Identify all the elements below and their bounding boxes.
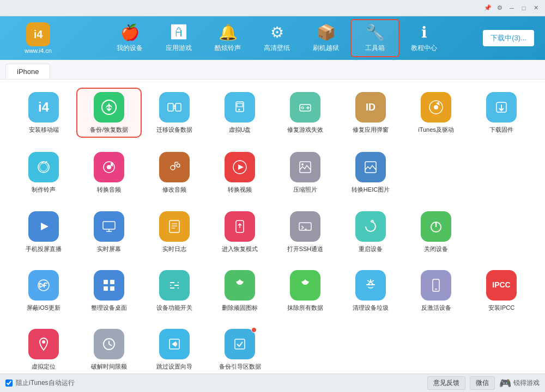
tool-item-install-mobile[interactable]: i4 安装移动端 [11,88,76,138]
tab-iphone[interactable]: iPhone [5,64,50,79]
tool-label-virtual-udisk: 虚拟U盘 [229,126,251,133]
tool-icon-convert-audio [94,152,124,182]
empty-cell [469,149,534,197]
empty-cell [403,326,469,373]
tool-item-delete-stubborn[interactable]: 删除顽固图标 [207,267,272,315]
svg-rect-54 [110,286,114,291]
maximize-btn[interactable]: □ [519,3,529,13]
svg-line-66 [367,280,370,281]
tool-item-itunes-drivers[interactable]: iTunes及驱动 [403,88,469,138]
nav-icon-toolbox: 🔧 [366,23,385,41]
bottom-left: 阻止iTunes自动运行 [5,378,75,388]
nav-icon-my-device: 🍎 [120,23,140,41]
nav-label-toolbox: 工具箱 [365,44,385,53]
tool-item-organize-desktop[interactable]: 整理设备桌面 [76,267,142,315]
tool-icon-block-ios-update [28,270,59,301]
minimize-btn[interactable]: ─ [507,3,517,13]
tool-icon-deactivate [421,270,451,301]
svg-line-46 [40,283,44,285]
tool-item-convert-heic[interactable]: 转换HEIC图片 [338,149,403,197]
tool-grid: i4 安装移动端 备份/恢复数据 迁移设备数据 虚拟U盘 [11,88,534,373]
tool-item-clean-junk[interactable]: 清理设备垃圾 [338,267,403,315]
svg-point-11 [434,105,438,109]
tool-item-fix-game[interactable]: 修复游戏失效 [272,88,338,138]
tool-label-live-log: 实时日志 [162,245,186,253]
tool-icon-erase-all-data [290,270,320,301]
tool-item-compress-photo[interactable]: 压缩照片 [272,149,338,197]
empty-cell [272,326,338,373]
tool-label-block-ios-update: 屏蔽iOS更新 [27,304,60,311]
tool-label-clean-junk: 清理设备垃圾 [353,304,389,311]
tool-item-block-ios-update[interactable]: 屏蔽iOS更新 [11,267,76,315]
nav-label-my-device: 我的设备 [117,44,143,53]
tool-item-install-ipcc[interactable]: IPCC 安装IPCC [469,267,534,315]
tool-icon-reboot-device [355,211,386,242]
tool-item-recovery-mode[interactable]: 进入恢复模式 [207,208,272,256]
download-button[interactable]: 下载中(3)... [483,30,534,46]
svg-rect-29 [103,222,115,229]
feedback-button[interactable]: 意见反馈 [427,376,465,390]
tool-item-live-screen[interactable]: 实时屏幕 [76,208,142,256]
tool-icon-install-ipcc: IPCC [486,270,517,301]
close-btn[interactable]: ✕ [531,3,541,13]
tool-item-screen-mirror[interactable]: 手机投屏直播 [11,208,76,256]
svg-rect-2 [175,103,181,111]
tool-item-virtual-udisk[interactable]: 虚拟U盘 [207,88,272,138]
bottom-logo: 🎮 锐得游戏 [499,377,540,389]
tool-item-modify-audio[interactable]: 修改音频 [142,149,207,197]
svg-point-70 [42,340,45,344]
nav-item-apps-games[interactable]: 🅰 应用游戏 [154,19,203,57]
tool-item-device-settings[interactable]: 设备功能开关 [142,267,207,315]
tool-item-reboot-device[interactable]: 重启设备 [338,208,403,256]
tool-item-backup-sector[interactable]: 备份引导区数据 [207,326,272,373]
logo-url: www.i4.cn [25,47,52,54]
nav-item-my-device[interactable]: 🍎 我的设备 [105,19,154,57]
svg-rect-27 [365,162,376,173]
tool-item-convert-video[interactable]: 转换视频 [207,149,272,197]
bottom-bar: 阻止iTunes自动运行 意见反馈 微信 🎮 锐得游戏 [0,373,545,392]
tool-icon-open-ssh [290,211,320,242]
tool-item-break-time-limit[interactable]: 破解时间限额 [76,326,142,373]
nav-label-apps-games: 应用游戏 [166,44,192,53]
tool-item-fake-location[interactable]: 虚拟定位 [11,326,76,373]
nav-item-ringtones[interactable]: 🔔 酷炫铃声 [203,19,252,57]
tool-label-erase-all-data: 抹除所有数据 [287,304,323,311]
svg-rect-5 [238,109,240,111]
tool-icon-delete-stubborn [225,270,255,301]
tool-item-live-log[interactable]: 实时日志 [142,208,207,256]
tool-icon-fix-popup: ID [355,92,386,122]
tool-item-fix-popup[interactable]: ID 修复应用弹窗 [338,88,403,138]
tool-label-screen-mirror: 手机投屏直播 [26,245,62,253]
tool-icon-migrate-data [159,92,190,122]
tool-item-migrate-data[interactable]: 迁移设备数据 [142,88,207,138]
svg-rect-4 [237,103,243,107]
tool-item-download-firmware[interactable]: 下载固件 [469,88,534,138]
pin-btn[interactable]: 📌 [483,3,493,13]
svg-point-19 [171,166,175,170]
tool-item-deactivate[interactable]: 反激活设备 [403,267,469,315]
svg-rect-52 [110,280,114,284]
empty-cell [403,149,469,197]
tool-item-skip-setup[interactable]: 跳过设置向导 [142,326,207,373]
tool-item-erase-all-data[interactable]: 抹除所有数据 [272,267,338,315]
nav-item-wallpaper[interactable]: ⚙ 高清壁纸 [252,19,301,57]
tool-label-backup-sector: 备份引导区数据 [219,363,261,370]
tool-item-convert-audio[interactable]: 转换音频 [76,149,142,197]
tool-label-open-ssh: 打开SSH通道 [287,245,324,253]
tool-icon-virtual-udisk [225,92,255,122]
nav-item-jailbreak[interactable]: 📦 刷机越狱 [301,19,350,57]
tool-item-make-ringtone[interactable]: 制作铃声 [11,149,76,197]
tool-item-backup-restore[interactable]: 备份/恢复数据 [76,88,142,138]
nav-item-tutorials[interactable]: ℹ 教程中心 [399,19,449,57]
settings-btn[interactable]: ⚙ [495,3,505,13]
nav-icon-jailbreak: 📦 [317,23,336,41]
svg-point-60 [174,286,178,290]
itunes-checkbox[interactable] [5,379,13,387]
wechat-button[interactable]: 微信 [470,376,495,390]
tool-item-shutdown-device[interactable]: 关闭设备 [403,208,469,256]
tool-item-open-ssh[interactable]: 打开SSH通道 [272,208,338,256]
nav-item-toolbox[interactable]: 🔧 工具箱 [350,19,399,57]
svg-line-73 [109,344,112,346]
nav-icon-tutorials: ℹ [421,23,427,41]
tool-icon-backup-sector [225,329,255,359]
